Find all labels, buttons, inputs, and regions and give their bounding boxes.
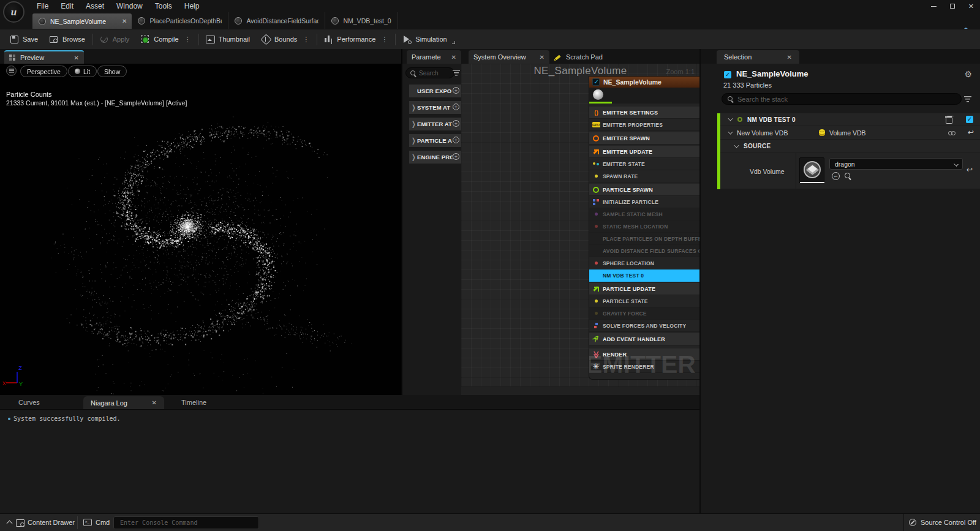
menu-asset[interactable]: Asset — [80, 0, 110, 12]
add-parameter-icon[interactable]: + — [453, 104, 459, 110]
goto-source-icon[interactable]: ← — [832, 172, 840, 180]
stack-module-row[interactable]: RENDER — [589, 348, 699, 361]
asset-tab[interactable]: AvoidDistanceFieldSurface ✕ — [228, 12, 325, 29]
console-command-input[interactable]: Enter Console Command — [113, 516, 259, 529]
menu-file[interactable]: File — [31, 0, 55, 12]
scratch-pad-tab[interactable]: Scratch Pad — [554, 50, 603, 64]
stack-module-row[interactable]: SAMPLE STATIC MESH — [589, 208, 699, 220]
parameter-section-row[interactable]: ❯ ENGINE PRO + — [409, 151, 461, 164]
parameters-tab-close-icon[interactable]: ✕ — [447, 54, 456, 61]
selection-tab-close-icon[interactable]: ✕ — [782, 54, 792, 61]
vdb-volume-row[interactable]: Vdb Volume dragon ← ↩ — [720, 153, 980, 189]
parameters-filter-icon[interactable] — [453, 69, 460, 76]
parameter-section-row[interactable]: ❯ SYSTEM AT + — [409, 101, 461, 114]
dropdown-menu-icon[interactable]: ⋮ — [184, 36, 191, 43]
parameters-search-input[interactable]: Search — [405, 67, 454, 78]
menu-window[interactable]: Window — [110, 0, 149, 12]
toolbar-button[interactable]: Browse — [43, 29, 92, 50]
reset-icon[interactable]: ↩ — [968, 128, 974, 137]
stack-module-row[interactable]: AVOID DISTANCE FIELD SURFACES GPU — [589, 245, 699, 257]
stack-module-row[interactable]: PLACE PARTICLES ON DEPTH BUFFER GPU — [589, 233, 699, 245]
stack-module-row[interactable]: EMITTER SPAWN — [589, 132, 699, 145]
window-close-icon[interactable]: ✕ — [968, 3, 974, 10]
menu-help[interactable]: Help — [178, 0, 206, 12]
selection-filter-icon[interactable] — [964, 95, 971, 102]
stack-module-row[interactable]: NM VDB TEST 0 — [589, 269, 699, 282]
add-parameter-icon[interactable]: + — [453, 137, 459, 143]
stack-module-row[interactable]: EMITTER STATE — [589, 158, 699, 170]
add-parameter-icon[interactable]: + — [453, 120, 459, 127]
parameter-section-row[interactable]: ❯ EMITTER AT + — [409, 118, 461, 130]
stack-module-row[interactable]: SPHERE LOCATION — [589, 257, 699, 269]
window-minimize-icon[interactable] — [931, 6, 937, 7]
content-drawer-button[interactable]: Content Drawer — [28, 519, 75, 526]
stack-module-row[interactable]: PARTICLE SPAWN — [589, 184, 699, 196]
selection-enabled-checkbox[interactable] — [724, 71, 731, 78]
toolbar-button[interactable]: Save — [4, 29, 43, 50]
module-input-row[interactable]: ▼ New Volume VDB Volume VDB ↩ — [720, 126, 980, 140]
window-maximize-icon[interactable] — [950, 4, 955, 9]
stack-module-row[interactable]: SPAWN RATE — [589, 170, 699, 183]
reset-icon[interactable]: ↩ — [967, 165, 973, 174]
add-parameter-icon[interactable]: + — [453, 87, 459, 94]
selection-tab[interactable]: Selection ✕ — [717, 50, 799, 64]
asset-tab[interactable]: NM_VDB_test_0 ✕ — [325, 12, 398, 29]
parameter-section-row[interactable]: ❯ USER EXPO + — [409, 85, 461, 97]
preview-tab[interactable]: Preview ✕ — [4, 50, 84, 64]
curves-tab[interactable]: Curves — [11, 395, 47, 409]
perspective-button[interactable]: Perspective — [20, 66, 67, 77]
link-icon[interactable] — [948, 130, 956, 135]
stack-module-row[interactable]: ADD EVENT HANDLER — [589, 333, 699, 345]
module-enabled-checkbox[interactable] — [966, 116, 973, 123]
overview-tab-close-icon[interactable]: ✕ — [535, 54, 545, 61]
parameter-section-row[interactable]: ❯ PARTICLE A + — [409, 134, 461, 147]
niagara-log-tab[interactable]: Niagara Log✕ — [83, 396, 164, 409]
graph-scrollbar[interactable] — [461, 386, 699, 395]
dropdown-menu-icon[interactable]: ⋮ — [303, 36, 309, 43]
viewport-menu-button[interactable] — [6, 66, 17, 76]
log-tab-close-icon[interactable]: ✕ — [152, 399, 157, 406]
toolbar-button[interactable]: Thumbnail — [200, 29, 255, 50]
system-enabled-checkbox[interactable] — [592, 78, 600, 86]
source-group-row[interactable]: ▼ SOURCE — [720, 140, 980, 153]
menu-tools[interactable]: Tools — [149, 0, 178, 12]
timeline-tab[interactable]: Timeline — [174, 395, 214, 409]
stack-module-row[interactable]: EMITTER SETTINGS — [589, 107, 699, 119]
stack-module-row[interactable]: STATIC MESH LOCATION — [589, 220, 699, 233]
caret-up-icon[interactable] — [7, 521, 13, 527]
gear-icon[interactable]: ⚙ — [964, 69, 972, 79]
stack-module-row[interactable]: PARTICLE STATE — [589, 295, 699, 307]
module-header-row[interactable]: ▼ NM VDB TEST 0 — [720, 113, 980, 126]
stack-module-row[interactable]: EMITTER UPDATE — [589, 146, 699, 158]
delete-module-icon[interactable] — [945, 116, 952, 123]
toolbar-button[interactable]: Simulation — [396, 29, 460, 50]
stack-module-row[interactable]: SOLVE FORCES AND VELOCITY — [589, 320, 699, 332]
stack-module-row[interactable]: PARTICLE UPDATE — [589, 283, 699, 295]
stack-search-input[interactable]: Search the stack — [722, 93, 962, 105]
vdb-volume-dropdown[interactable]: dragon — [829, 158, 963, 170]
system-node-thumbnail[interactable] — [589, 88, 699, 104]
system-overview-graph[interactable]: NE_SampleVolume Zoom 1:1 NE_SampleVolume… — [461, 64, 699, 386]
menu-edit[interactable]: Edit — [55, 0, 80, 12]
unreal-engine-logo-icon[interactable]: u — [3, 1, 24, 23]
parameters-tab[interactable]: Parameters ✕ — [407, 50, 461, 64]
asset-tab[interactable]: NE_SampleVolume ✕ — [32, 13, 132, 29]
toolbar-button[interactable]: Compile ⋮ — [135, 29, 198, 50]
tab-close-icon[interactable]: ✕ — [122, 18, 127, 24]
system-overview-tab[interactable]: System Overview ✕ — [469, 50, 549, 64]
toolbar-button[interactable]: Performance ⋮ — [318, 29, 395, 50]
system-node[interactable]: NE_SampleVolume EMITTER SETTINGS EMITTER… — [589, 77, 699, 379]
preview-tab-close-icon[interactable]: ✕ — [69, 55, 79, 61]
add-parameter-icon[interactable]: + — [453, 153, 459, 160]
toolbar-button[interactable]: Apply — [94, 29, 135, 50]
toolbar-button[interactable]: Bounds ⋮ — [255, 29, 317, 50]
show-button[interactable]: Show — [97, 66, 127, 77]
lit-button[interactable]: Lit — [68, 66, 97, 77]
asset-tab[interactable]: PlaceParticlesOnDepthBuf ✕ — [132, 12, 228, 29]
stack-module-row[interactable]: INITIALIZE PARTICLE — [589, 196, 699, 208]
stack-module-row[interactable]: EMITTER PROPERTIES — [589, 119, 699, 131]
stack-module-row[interactable]: GRAVITY FORCE — [589, 307, 699, 320]
preview-viewport[interactable]: Perspective Lit Show Particle Counts 213… — [0, 64, 401, 395]
source-control-button[interactable]: Source Control Off — [921, 519, 976, 526]
stack-module-row[interactable]: SPRITE RENDERER — [589, 361, 699, 373]
